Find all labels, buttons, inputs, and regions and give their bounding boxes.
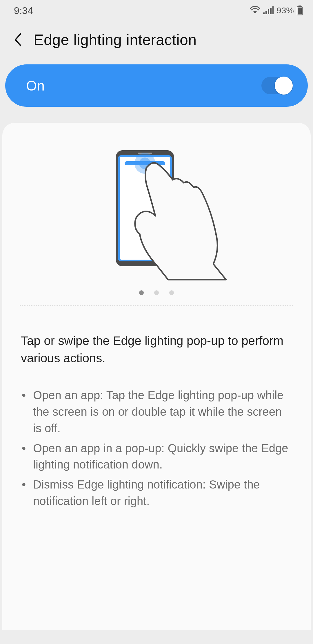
toggle-state-label: On — [26, 78, 45, 94]
content-card: Tap or swipe the Edge lighting pop-up to… — [2, 123, 311, 630]
header: Edge lighting interaction — [0, 21, 313, 59]
list-item-text: Open an app in a pop-up: Quickly swipe t… — [33, 440, 292, 473]
illustration-carousel[interactable] — [2, 123, 311, 285]
svg-rect-4 — [272, 6, 274, 14]
action-list: • Open an app: Tap the Edge lighting pop… — [2, 367, 311, 509]
svg-rect-7 — [298, 8, 302, 15]
list-item: • Open an app: Tap the Edge lighting pop… — [21, 387, 292, 436]
chevron-left-icon — [14, 33, 22, 47]
signal-icon — [263, 6, 274, 15]
list-item-text: Dismiss Edge lighting notification: Swip… — [33, 476, 292, 509]
status-right: 93% — [250, 6, 303, 15]
svg-rect-0 — [263, 12, 265, 14]
svg-rect-3 — [270, 8, 272, 14]
carousel-pager[interactable] — [2, 285, 311, 305]
bullet-icon: • — [21, 476, 27, 509]
svg-rect-2 — [268, 9, 269, 14]
edge-lighting-illustration — [81, 147, 232, 281]
toggle-switch[interactable] — [261, 77, 293, 94]
status-bar: 9:34 93% — [0, 0, 313, 21]
list-item-text: Open an app: Tap the Edge lighting pop-u… — [33, 387, 292, 436]
bullet-icon: • — [21, 387, 27, 436]
svg-rect-1 — [265, 11, 267, 14]
wifi-icon — [250, 6, 260, 15]
page-title: Edge lighting interaction — [34, 31, 197, 48]
pager-dot-2[interactable] — [154, 290, 159, 295]
list-item: • Dismiss Edge lighting notification: Sw… — [21, 476, 292, 509]
toggle-switch-knob — [275, 77, 293, 95]
battery-icon — [297, 6, 303, 15]
pager-dot-1[interactable] — [139, 290, 144, 295]
pager-dot-3[interactable] — [169, 290, 174, 295]
list-item: • Open an app in a pop-up: Quickly swipe… — [21, 440, 292, 473]
battery-pct: 93% — [276, 6, 294, 15]
status-time: 9:34 — [14, 5, 33, 16]
bullet-icon: • — [21, 440, 27, 473]
master-toggle[interactable]: On — [5, 64, 308, 107]
description-text: Tap or swipe the Edge lighting pop-up to… — [2, 306, 311, 367]
back-button[interactable] — [12, 33, 24, 46]
